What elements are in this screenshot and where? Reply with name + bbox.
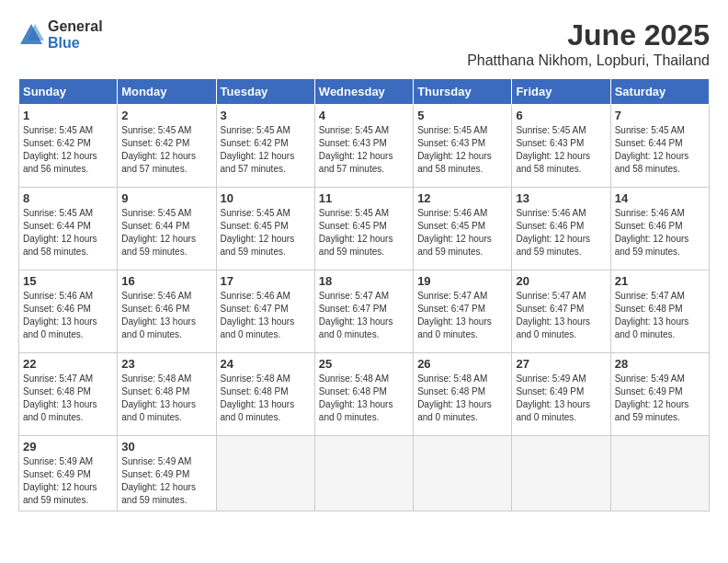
- day-info: Sunrise: 5:46 AMSunset: 6:45 PMDaylight:…: [417, 207, 507, 259]
- day-number: 24: [221, 357, 311, 371]
- day-cell-15: 15 Sunrise: 5:46 AMSunset: 6:46 PMDaylig…: [19, 270, 118, 353]
- empty-cell: [414, 436, 512, 511]
- day-info: Sunrise: 5:47 AMSunset: 6:47 PMDaylight:…: [417, 290, 507, 341]
- day-number: 8: [23, 191, 113, 205]
- day-cell-3: 3 Sunrise: 5:45 AMSunset: 6:42 PMDayligh…: [216, 105, 314, 188]
- week-row-5: 29 Sunrise: 5:49 AMSunset: 6:49 PMDaylig…: [19, 436, 710, 511]
- day-number: 27: [516, 357, 606, 371]
- day-info: Sunrise: 5:48 AMSunset: 6:48 PMDaylight:…: [121, 373, 211, 424]
- day-info: Sunrise: 5:45 AMSunset: 6:43 PMDaylight:…: [516, 124, 606, 176]
- day-info: Sunrise: 5:46 AMSunset: 6:47 PMDaylight:…: [221, 290, 311, 341]
- day-number: 12: [417, 191, 507, 205]
- day-number: 1: [23, 109, 113, 122]
- week-row-4: 22 Sunrise: 5:47 AMSunset: 6:48 PMDaylig…: [19, 353, 710, 436]
- day-number: 26: [417, 357, 507, 371]
- day-number: 28: [615, 357, 705, 371]
- week-row-2: 8 Sunrise: 5:45 AMSunset: 6:44 PMDayligh…: [19, 188, 710, 270]
- day-info: Sunrise: 5:45 AMSunset: 6:45 PMDaylight:…: [319, 207, 409, 259]
- calendar: SundayMondayTuesdayWednesdayThursdayFrid…: [18, 78, 710, 511]
- day-info: Sunrise: 5:49 AMSunset: 6:49 PMDaylight:…: [615, 373, 705, 424]
- title-area: June 2025 Phatthana Nikhom, Lopburi, Tha…: [467, 18, 710, 69]
- day-number: 5: [417, 109, 507, 122]
- day-info: Sunrise: 5:47 AMSunset: 6:48 PMDaylight:…: [23, 373, 113, 424]
- day-cell-2: 2 Sunrise: 5:45 AMSunset: 6:42 PMDayligh…: [118, 105, 216, 188]
- day-info: Sunrise: 5:47 AMSunset: 6:48 PMDaylight:…: [615, 290, 705, 341]
- day-info: Sunrise: 5:49 AMSunset: 6:49 PMDaylight:…: [516, 373, 606, 424]
- day-cell-25: 25 Sunrise: 5:48 AMSunset: 6:48 PMDaylig…: [314, 353, 413, 436]
- day-cell-11: 11 Sunrise: 5:45 AMSunset: 6:45 PMDaylig…: [314, 188, 413, 270]
- day-cell-10: 10 Sunrise: 5:45 AMSunset: 6:45 PMDaylig…: [216, 188, 314, 270]
- day-number: 23: [121, 357, 211, 371]
- day-cell-17: 17 Sunrise: 5:46 AMSunset: 6:47 PMDaylig…: [216, 270, 314, 353]
- day-info: Sunrise: 5:45 AMSunset: 6:45 PMDaylight:…: [221, 207, 311, 259]
- week-row-3: 15 Sunrise: 5:46 AMSunset: 6:46 PMDaylig…: [19, 270, 710, 353]
- day-number: 29: [23, 440, 113, 454]
- day-number: 17: [221, 274, 311, 288]
- day-cell-6: 6 Sunrise: 5:45 AMSunset: 6:43 PMDayligh…: [512, 105, 610, 188]
- day-info: Sunrise: 5:46 AMSunset: 6:46 PMDaylight:…: [23, 290, 113, 341]
- header: General Blue June 2025 Phatthana Nikhom,…: [18, 18, 710, 69]
- header-wednesday: Wednesday: [314, 79, 413, 105]
- day-info: Sunrise: 5:45 AMSunset: 6:42 PMDaylight:…: [121, 124, 211, 176]
- day-number: 18: [319, 274, 409, 288]
- day-cell-18: 18 Sunrise: 5:47 AMSunset: 6:47 PMDaylig…: [314, 270, 413, 353]
- day-number: 3: [221, 109, 311, 122]
- day-cell-12: 12 Sunrise: 5:46 AMSunset: 6:45 PMDaylig…: [414, 188, 512, 270]
- day-cell-27: 27 Sunrise: 5:49 AMSunset: 6:49 PMDaylig…: [512, 353, 610, 436]
- day-number: 7: [615, 109, 705, 122]
- day-number: 14: [615, 191, 705, 205]
- header-thursday: Thursday: [414, 79, 512, 105]
- day-cell-14: 14 Sunrise: 5:46 AMSunset: 6:46 PMDaylig…: [610, 188, 709, 270]
- day-info: Sunrise: 5:46 AMSunset: 6:46 PMDaylight:…: [121, 290, 211, 341]
- day-number: 21: [615, 274, 705, 288]
- day-info: Sunrise: 5:49 AMSunset: 6:49 PMDaylight:…: [23, 455, 113, 507]
- day-info: Sunrise: 5:47 AMSunset: 6:47 PMDaylight:…: [319, 290, 409, 341]
- day-cell-7: 7 Sunrise: 5:45 AMSunset: 6:44 PMDayligh…: [610, 105, 709, 188]
- day-info: Sunrise: 5:45 AMSunset: 6:43 PMDaylight:…: [319, 124, 409, 176]
- day-cell-29: 29 Sunrise: 5:49 AMSunset: 6:49 PMDaylig…: [19, 436, 118, 511]
- day-number: 15: [23, 274, 113, 288]
- day-cell-5: 5 Sunrise: 5:45 AMSunset: 6:43 PMDayligh…: [414, 105, 512, 188]
- logo-text-general: General: [48, 18, 103, 35]
- day-number: 16: [121, 274, 211, 288]
- header-friday: Friday: [512, 79, 610, 105]
- empty-cell: [216, 436, 314, 511]
- day-cell-23: 23 Sunrise: 5:48 AMSunset: 6:48 PMDaylig…: [118, 353, 216, 436]
- day-number: 19: [417, 274, 507, 288]
- day-number: 20: [516, 274, 606, 288]
- logo-icon: [18, 22, 44, 48]
- header-tuesday: Tuesday: [216, 79, 314, 105]
- day-number: 11: [319, 191, 409, 205]
- day-cell-1: 1 Sunrise: 5:45 AMSunset: 6:42 PMDayligh…: [19, 105, 118, 188]
- logo-text-blue: Blue: [48, 35, 103, 52]
- day-info: Sunrise: 5:45 AMSunset: 6:44 PMDaylight:…: [615, 124, 705, 176]
- day-info: Sunrise: 5:49 AMSunset: 6:49 PMDaylight:…: [121, 455, 211, 507]
- day-cell-8: 8 Sunrise: 5:45 AMSunset: 6:44 PMDayligh…: [19, 188, 118, 270]
- day-cell-4: 4 Sunrise: 5:45 AMSunset: 6:43 PMDayligh…: [314, 105, 413, 188]
- header-monday: Monday: [118, 79, 216, 105]
- month-title: June 2025: [467, 18, 710, 52]
- day-cell-13: 13 Sunrise: 5:46 AMSunset: 6:46 PMDaylig…: [512, 188, 610, 270]
- day-info: Sunrise: 5:46 AMSunset: 6:46 PMDaylight:…: [516, 207, 606, 259]
- day-number: 30: [121, 440, 211, 454]
- day-number: 9: [121, 191, 211, 205]
- day-cell-21: 21 Sunrise: 5:47 AMSunset: 6:48 PMDaylig…: [610, 270, 709, 353]
- day-info: Sunrise: 5:45 AMSunset: 6:44 PMDaylight:…: [121, 207, 211, 259]
- day-info: Sunrise: 5:45 AMSunset: 6:42 PMDaylight:…: [23, 124, 113, 176]
- calendar-header-row: SundayMondayTuesdayWednesdayThursdayFrid…: [19, 79, 710, 105]
- day-number: 10: [221, 191, 311, 205]
- week-row-1: 1 Sunrise: 5:45 AMSunset: 6:42 PMDayligh…: [19, 105, 710, 188]
- location-title: Phatthana Nikhom, Lopburi, Thailand: [467, 52, 710, 69]
- day-cell-16: 16 Sunrise: 5:46 AMSunset: 6:46 PMDaylig…: [118, 270, 216, 353]
- day-info: Sunrise: 5:48 AMSunset: 6:48 PMDaylight:…: [221, 373, 311, 424]
- day-number: 13: [516, 191, 606, 205]
- day-info: Sunrise: 5:45 AMSunset: 6:43 PMDaylight:…: [417, 124, 507, 176]
- day-info: Sunrise: 5:45 AMSunset: 6:42 PMDaylight:…: [221, 124, 311, 176]
- day-info: Sunrise: 5:47 AMSunset: 6:47 PMDaylight:…: [516, 290, 606, 341]
- day-number: 6: [516, 109, 606, 122]
- day-info: Sunrise: 5:48 AMSunset: 6:48 PMDaylight:…: [319, 373, 409, 424]
- day-cell-9: 9 Sunrise: 5:45 AMSunset: 6:44 PMDayligh…: [118, 188, 216, 270]
- day-number: 22: [23, 357, 113, 371]
- day-cell-24: 24 Sunrise: 5:48 AMSunset: 6:48 PMDaylig…: [216, 353, 314, 436]
- day-info: Sunrise: 5:46 AMSunset: 6:46 PMDaylight:…: [615, 207, 705, 259]
